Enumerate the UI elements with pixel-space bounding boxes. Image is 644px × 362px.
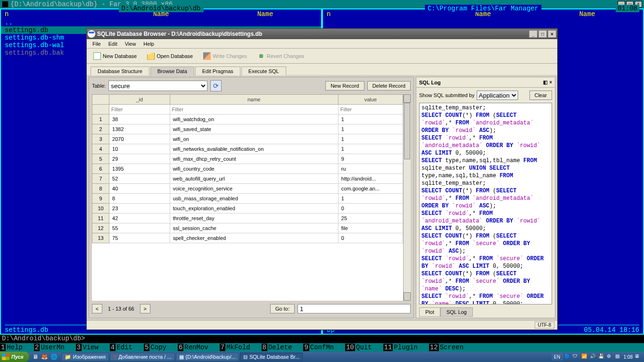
cell-id[interactable]: 38 — [109, 115, 170, 124]
tab-execute[interactable]: Execute SQL — [241, 66, 286, 75]
menu-file[interactable]: File — [89, 40, 105, 48]
cell-value[interactable]: 9 — [338, 154, 403, 164]
tray-icon-3[interactable]: 📶 — [581, 354, 588, 360]
sqllog-tab[interactable]: SQL Log — [440, 307, 473, 317]
sqlite-minimize-button[interactable]: _ — [529, 30, 537, 38]
cell-id[interactable]: 23 — [109, 204, 170, 214]
table-row[interactable]: 410wifi_networks_available_notification_… — [92, 144, 403, 154]
tab-structure[interactable]: Database Structure — [91, 66, 149, 75]
far-cmdline[interactable]: D:\Android\backup\db> — [0, 335, 644, 343]
table-row[interactable]: 529wifi_max_dhcp_retry_count9 — [92, 154, 403, 164]
submitted-by-select[interactable]: Application — [477, 90, 518, 100]
task-yandex[interactable]: Y Добавление поста / ... — [110, 353, 175, 361]
table-row[interactable]: 1142throttle_reset_day25 — [92, 214, 403, 223]
clear-log-button[interactable]: Clear — [529, 90, 552, 100]
next-page-button[interactable]: > — [140, 304, 150, 313]
prev-page-button[interactable]: < — [92, 304, 102, 313]
sqlite-close-button[interactable]: × — [548, 30, 556, 38]
table-row[interactable]: 1023touch_exploration_enabled0 — [92, 204, 403, 214]
cell-name[interactable]: wifi_on — [170, 134, 338, 144]
col-value[interactable]: value — [338, 95, 403, 105]
tray-clock[interactable]: 1:08 — [624, 354, 633, 360]
cell-value[interactable]: 1 — [338, 194, 403, 204]
tray-icon-7[interactable]: ▤ — [615, 354, 622, 360]
filter-id[interactable] — [110, 106, 169, 113]
cell-id[interactable]: 42 — [109, 214, 170, 223]
cell-name[interactable]: wifi_country_code — [170, 164, 338, 174]
cell-name[interactable]: touch_exploration_enabled — [170, 204, 338, 214]
table-row[interactable]: 138wifi_watchdog_on1 — [92, 115, 403, 124]
fkey-11[interactable]: 11Plugin — [383, 343, 429, 352]
goto-input[interactable] — [297, 304, 411, 313]
cell-value[interactable]: 25 — [338, 214, 403, 223]
plot-tab[interactable]: Plot — [419, 307, 440, 317]
cell-name[interactable]: web_autofill_query_url — [170, 174, 338, 184]
cell-name[interactable]: wifi_networks_available_notification_on — [170, 144, 338, 154]
tray-icon-2[interactable]: 🛡 — [573, 354, 579, 360]
table-row[interactable]: 32070wifi_on1 — [92, 134, 403, 144]
filter-value[interactable] — [339, 106, 402, 113]
fkey-7[interactable]: 7MkFold — [220, 343, 262, 352]
cell-id[interactable]: 2070 — [109, 134, 170, 144]
tab-browse[interactable]: Browse Data — [150, 66, 194, 75]
sql-log-text[interactable]: sqlite_temp_master;SELECT COUNT(*) FROM … — [419, 103, 552, 304]
start-button[interactable]: Пуск — [0, 352, 29, 362]
fkey-4[interactable]: 4Edit — [110, 343, 144, 352]
new-database-button[interactable]: New Database — [91, 51, 140, 61]
fkey-1[interactable]: 1Help — [0, 343, 34, 352]
table-row[interactable]: 61395wifi_country_coderu — [92, 164, 403, 174]
ql-firefox-icon[interactable]: 🦊 — [41, 353, 49, 361]
cell-id[interactable]: 1395 — [109, 164, 170, 174]
cell-name[interactable]: voice_recognition_service — [170, 184, 338, 194]
cell-value[interactable]: 1 — [338, 134, 403, 144]
cell-value[interactable]: 0 — [338, 233, 403, 243]
cell-id[interactable]: 40 — [109, 184, 170, 194]
fkey-8[interactable]: 8Delete — [262, 343, 304, 352]
cell-value[interactable]: 1 — [338, 115, 403, 124]
col-id[interactable]: _id — [109, 95, 170, 105]
far-file-item[interactable]: .. — [1, 19, 321, 26]
fkey-9[interactable]: 9ConfMn — [303, 343, 345, 352]
new-record-button[interactable]: New Record — [325, 81, 364, 90]
tray-icon-6[interactable]: ⚙ — [607, 354, 613, 360]
tray-icon-4[interactable]: 🔊 — [590, 354, 596, 360]
data-grid[interactable]: _id name value 138wifi_watchdog_on121382… — [92, 94, 411, 301]
col-name[interactable]: name — [170, 95, 338, 105]
cell-value[interactable]: file — [338, 223, 403, 233]
tray-icon-8[interactable]: 🖥 — [635, 354, 641, 360]
table-row[interactable]: 1255ssl_session_cachefile — [92, 223, 403, 233]
task-far[interactable]: ▦ {D:\Android\backup/... — [176, 353, 239, 361]
tray-lang[interactable]: EN — [552, 354, 562, 360]
open-database-button[interactable]: Open Database — [144, 51, 196, 61]
fkey-6[interactable]: 6RenMov — [178, 343, 220, 352]
fkey-12[interactable]: 12Screen — [429, 343, 475, 352]
sqlite-maximize-button[interactable]: □ — [538, 30, 547, 38]
cell-name[interactable]: usb_mass_storage_enabled — [170, 194, 338, 204]
dock-close-icon[interactable]: × — [549, 80, 552, 85]
fkey-10[interactable]: 10Quit — [345, 343, 383, 352]
grid-scrollbar[interactable] — [403, 94, 411, 301]
table-row[interactable]: 752web_autofill_query_urlhttp://android.… — [92, 174, 403, 184]
refresh-button[interactable]: ⟳ — [210, 80, 222, 91]
tray-icon-5[interactable]: 💾 — [598, 354, 605, 360]
dock-float-icon[interactable]: ◧ — [543, 80, 547, 85]
cell-name[interactable]: wifi_saved_state — [170, 124, 338, 134]
cell-value[interactable]: 1 — [338, 144, 403, 154]
cell-value[interactable]: 0 — [338, 204, 403, 214]
table-row[interactable]: 840voice_recognition_servicecom.google.a… — [92, 184, 403, 194]
cell-id[interactable]: 52 — [109, 174, 170, 184]
cell-value[interactable]: http://android... — [338, 174, 403, 184]
sqlite-titlebar[interactable]: SQLite Database Browser - D:\Android\bac… — [87, 29, 557, 39]
fkey-5[interactable]: 5Copy — [144, 343, 178, 352]
table-row[interactable]: 98usb_mass_storage_enabled1 — [92, 194, 403, 204]
filter-name[interactable] — [171, 106, 337, 113]
cell-name[interactable]: spell_checker_enabled — [170, 233, 338, 243]
table-row[interactable]: 21382wifi_saved_state1 — [92, 124, 403, 134]
cell-id[interactable]: 29 — [109, 154, 170, 164]
cell-name[interactable]: ssl_session_cache — [170, 223, 338, 233]
cell-name[interactable]: wifi_max_dhcp_retry_count — [170, 154, 338, 164]
ql-desktop-icon[interactable]: 🖥 — [31, 353, 40, 361]
cell-value[interactable]: ru — [338, 164, 403, 174]
task-images[interactable]: 📁 Изображения — [61, 353, 109, 361]
cell-value[interactable]: com.google.an... — [338, 184, 403, 194]
